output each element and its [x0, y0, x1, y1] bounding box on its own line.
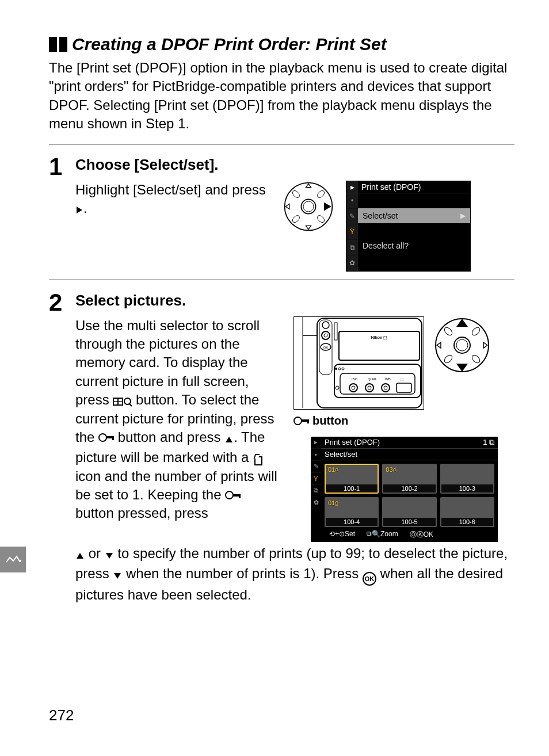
s2-g: or — [85, 545, 105, 561]
protect-key-icon — [225, 491, 241, 499]
svg-marker-5 — [306, 184, 311, 187]
svg-marker-46 — [456, 319, 468, 327]
svg-point-12 — [316, 214, 326, 224]
down-triangle-icon — [113, 566, 122, 585]
menu-item-select-set[interactable]: Select/set ▶ — [358, 208, 470, 223]
s2-i: when the number of prints is 1). Press — [122, 566, 363, 581]
svg-point-52 — [443, 353, 453, 364]
up-triangle-icon — [224, 430, 234, 448]
svg-marker-13 — [226, 437, 232, 442]
s2-e: icon and the number of prints will be se… — [75, 468, 277, 502]
step-number: 1 — [49, 156, 65, 178]
svg-marker-6 — [306, 226, 311, 229]
h1: Zoom — [380, 530, 398, 538]
thumbnail[interactable]: 03⎙100-2 — [382, 464, 436, 494]
h0: Set — [345, 530, 355, 538]
intro-paragraph: The [Print set (DPOF)] option in the pla… — [49, 59, 514, 133]
step-2-text-col: Use the multi selector to scroll through… — [75, 316, 280, 542]
svg-marker-56 — [114, 573, 121, 579]
svg-marker-8 — [324, 202, 331, 210]
thumbnail-icon — [113, 398, 123, 406]
menu-item-deselect-all[interactable]: Deselect all? — [358, 238, 470, 253]
lcd1-row-3: Deselect all? — [363, 241, 409, 250]
hint-zoom: ⧉🔍Zoom — [367, 530, 398, 540]
svg-marker-1 — [77, 207, 82, 213]
svg-point-9 — [291, 189, 301, 199]
lcd2-subtitle: Select/set — [321, 449, 498, 460]
multi-selector-diagram — [283, 181, 334, 232]
s2-f: button pressed, press — [75, 505, 208, 521]
svg-point-40 — [335, 368, 337, 370]
section-heading: Creating a DPOF Print Order: Print Set — [49, 35, 514, 54]
submenu-arrow-icon: ▶ — [460, 212, 466, 220]
svg-marker-7 — [285, 204, 289, 209]
section-heading-text: Creating a DPOF Print Order: Print Set — [72, 35, 387, 54]
step1-text-b: . — [83, 200, 87, 216]
svg-point-50 — [443, 326, 453, 336]
svg-text:OK: OK — [323, 346, 329, 349]
h2: OK — [424, 530, 433, 539]
print-mark-icon — [253, 454, 262, 464]
svg-text:WB: WB — [385, 377, 391, 381]
step-1-heading: Choose [Select/set]. — [75, 156, 514, 174]
up-triangle-icon — [75, 546, 85, 564]
lcd1-title: Print set (DPOF) — [358, 181, 470, 193]
separator — [49, 280, 514, 280]
side-tab-icon — [0, 547, 26, 572]
lcd2-title: Print set (DPOF) — [325, 438, 380, 447]
s2-c: button and press — [114, 429, 224, 445]
thumbnail[interactable]: 01⎙100-1 — [325, 464, 379, 494]
multi-selector-diagram-up-down — [433, 316, 491, 374]
svg-point-53 — [471, 353, 481, 364]
lcd1-row-1: Select/set — [363, 211, 398, 220]
svg-text:QUAL: QUAL — [368, 377, 378, 381]
svg-point-45 — [456, 339, 468, 351]
right-triangle-icon — [75, 201, 83, 219]
thumbnail[interactable]: 100-3 — [440, 464, 494, 494]
badge-num: 1 — [483, 438, 487, 446]
svg-marker-54 — [77, 553, 83, 559]
svg-marker-49 — [483, 342, 487, 348]
ok-circle-icon: OK — [363, 572, 376, 586]
svg-point-11 — [291, 214, 301, 224]
down-triangle-icon — [105, 546, 114, 564]
separator — [49, 144, 514, 144]
playback-icon: ▸ — [346, 181, 358, 193]
svg-marker-47 — [456, 364, 468, 372]
step-1: 1 Choose [Select/set]. Highlight [Select… — [49, 150, 514, 272]
svg-point-51 — [471, 326, 481, 336]
caption-text: button — [312, 414, 348, 427]
camera-menu-screenshot-2: ▸ • ✎ Ÿ ⧉ ✿ Print set (DPOF) 1 ⧉ — [311, 437, 498, 542]
figure-caption: button — [293, 414, 501, 427]
svg-text:⬚: ⬚ — [401, 377, 404, 381]
svg-text:Nikon  ⬚: Nikon ⬚ — [371, 335, 387, 340]
protect-key-icon — [293, 417, 309, 425]
camera-menu-screenshot-1: ▸ Print set (DPOF) • ✎ Ÿ ⧉ ✿ — [346, 181, 471, 272]
lcd2-badge: 1 ⧉ — [483, 438, 494, 447]
heading-ornament-icon — [49, 37, 67, 52]
hint-ok: ⓄⓀOK — [410, 530, 433, 540]
step-number: 2 — [49, 292, 65, 314]
svg-marker-55 — [106, 553, 113, 559]
svg-text:ISO: ISO — [352, 377, 358, 381]
hint-set: ⟲+⊙Set — [329, 530, 355, 540]
camera-back-diagram: OK Nikon ⬚ ISO QUAL WB ⬚ — [293, 316, 424, 410]
thumbnail[interactable]: 100-5 — [382, 497, 436, 527]
svg-point-4 — [303, 201, 314, 212]
step-2: 2 Select pictures. Use the multi selecto… — [49, 286, 514, 605]
magnifier-icon — [124, 398, 132, 406]
page-number: 272 — [49, 707, 74, 724]
thumbnail[interactable]: 100-6 — [440, 497, 494, 527]
thumbnail[interactable]: 01⎙100-4 — [325, 497, 379, 527]
svg-marker-48 — [437, 342, 441, 348]
step-1-text: Highlight [Select/set] and press . — [75, 181, 271, 220]
step1-text-a: Highlight [Select/set] and press — [75, 182, 266, 197]
step-2-text-wrap: or to specify the number of prints (up t… — [75, 544, 514, 605]
step-2-heading: Select pictures. — [75, 292, 514, 310]
svg-point-10 — [316, 189, 326, 199]
protect-key-icon — [98, 433, 114, 442]
